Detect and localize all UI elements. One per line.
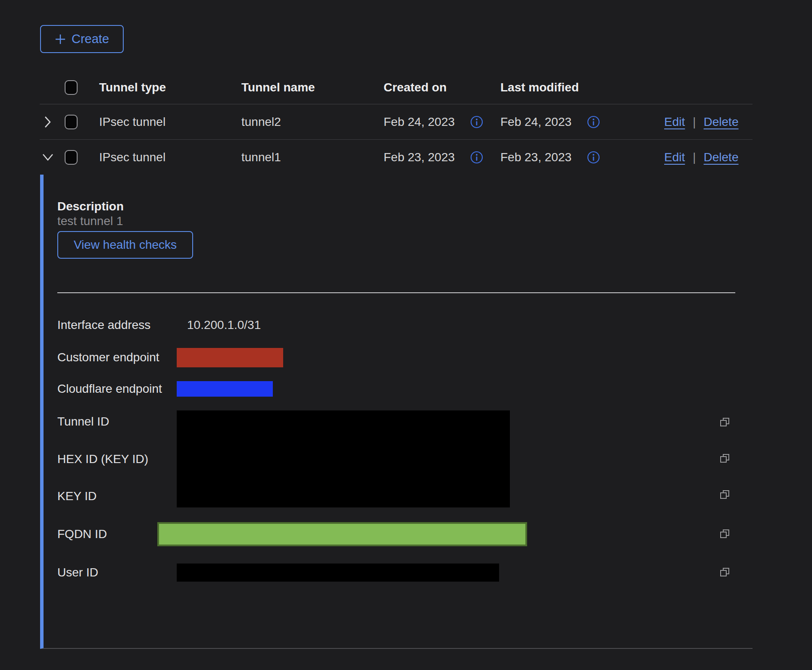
key-id-label: KEY ID [57,485,177,507]
customer-endpoint-redacted-value [177,348,283,367]
cloudflare-endpoint-label: Cloudflare endpoint [57,382,177,396]
created-on-value: Feb 23, 2023 [384,150,455,164]
interface-address-row: Interface address 10.200.1.0/31 [57,312,753,338]
create-button[interactable]: Create [40,25,124,53]
cloudflare-endpoint-redacted-value [177,381,273,397]
delete-link[interactable]: Delete [704,150,739,164]
user-id-redacted-value [177,564,499,582]
row-checkbox[interactable] [65,150,78,165]
copy-icon [719,452,731,464]
last-modified-value: Feb 23, 2023 [500,150,572,164]
tunnels-table: Tunnel type Tunnel name Created on Last … [40,71,753,175]
chevron-right-icon [44,116,51,128]
description-label: Description [57,175,753,214]
header-last-modified: Last modified [487,81,664,94]
copy-user-id-button[interactable] [719,566,731,579]
copy-icon [719,416,731,428]
created-on-value: Feb 24, 2023 [384,115,455,129]
copy-fqdn-id-button[interactable] [719,528,731,541]
user-id-row: User ID [57,557,753,588]
tunnel-name-value: tunnel2 [228,115,371,129]
ids-redacted-values [177,410,510,507]
cloudflare-endpoint-row: Cloudflare endpoint [57,376,753,402]
user-id-label: User ID [57,566,177,579]
customer-endpoint-label: Customer endpoint [57,351,177,364]
edit-link[interactable]: Edit [664,150,685,164]
copy-icon [719,566,731,578]
action-separator: | [693,115,696,129]
chevron-down-icon [42,153,53,161]
tunnel-name-value: tunnel1 [228,150,371,164]
view-health-checks-label: View health checks [74,238,177,252]
edit-link[interactable]: Edit [664,115,685,129]
fqdn-id-row: FQDN ID [57,519,753,550]
info-icon[interactable] [470,151,483,164]
copy-key-id-button[interactable] [719,488,731,502]
delete-link[interactable]: Delete [704,115,739,129]
table-row-tunnel2: IPsec tunnel tunnel2 Feb 24, 2023 Feb 24… [40,104,753,140]
header-tunnel-type: Tunnel type [86,81,228,94]
copy-hex-id-button[interactable] [719,452,731,466]
header-created-on: Created on [371,81,487,94]
tunnel-type-value: IPsec tunnel [86,150,228,164]
ids-block: Tunnel ID HEX ID (KEY ID) KEY ID [57,410,753,507]
view-health-checks-button[interactable]: View health checks [57,231,193,259]
tunnel1-expanded-panel: Description test tunnel 1 View health ch… [40,175,753,649]
plus-icon [55,34,66,45]
expand-row-button[interactable] [44,116,51,128]
info-icon[interactable] [587,116,600,128]
copy-tunnel-id-button[interactable] [719,416,731,429]
header-checkbox-cell [56,80,86,95]
row-checkbox[interactable] [65,115,78,129]
copy-icon [719,488,731,501]
table-header-row: Tunnel type Tunnel name Created on Last … [40,71,753,104]
interface-address-value: 10.200.1.0/31 [187,318,261,332]
select-all-checkbox[interactable] [65,80,78,95]
tunnels-page: Create Tunnel type Tunnel name Created o… [0,0,812,670]
fqdn-id-redacted-value [157,522,527,546]
customer-endpoint-row: Customer endpoint [57,344,753,370]
last-modified-value: Feb 24, 2023 [500,115,572,129]
hex-id-label: HEX ID (KEY ID) [57,448,177,470]
info-icon[interactable] [470,116,483,128]
create-button-label: Create [72,32,109,46]
action-separator: | [693,150,696,164]
header-tunnel-name: Tunnel name [228,81,371,94]
tunnel-id-label: Tunnel ID [57,410,177,433]
info-icon[interactable] [587,151,600,164]
collapse-row-button[interactable] [42,153,53,161]
copy-icon [719,528,731,540]
interface-address-label: Interface address [57,318,177,332]
section-divider [57,292,735,293]
tunnel-type-value: IPsec tunnel [86,115,228,129]
description-value: test tunnel 1 [57,214,753,231]
table-row-tunnel1: IPsec tunnel tunnel1 Feb 23, 2023 Feb 23… [40,140,753,175]
